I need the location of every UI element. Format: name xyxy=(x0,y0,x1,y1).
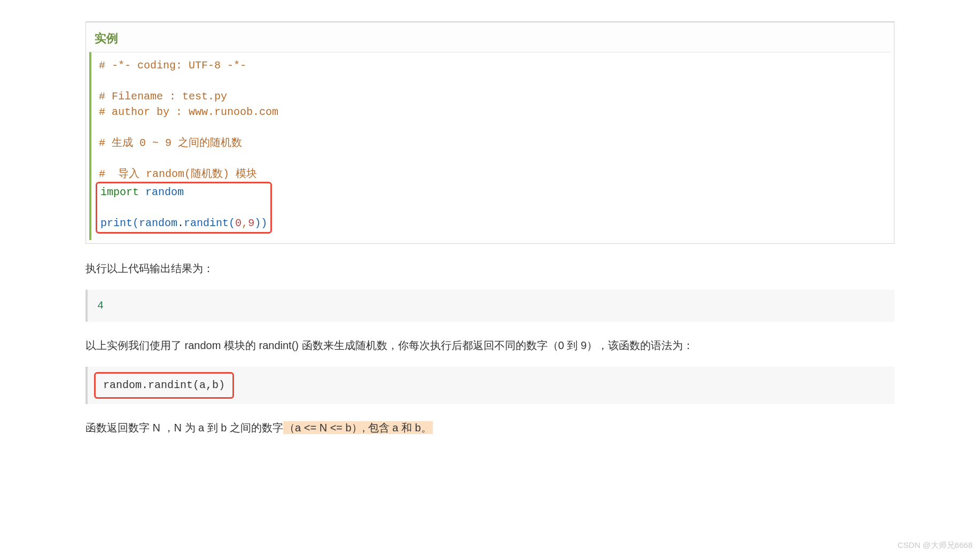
highlight-box-syntax: random.randint(a,b) xyxy=(94,372,234,399)
example-container: 实例 # -*- coding: UTF-8 -*- # Filename : … xyxy=(85,21,895,244)
code-comment: # 导入 random(随机数) 模块 xyxy=(99,168,257,180)
document-page: 实例 # -*- coding: UTF-8 -*- # Filename : … xyxy=(0,0,980,481)
output-block: 4 xyxy=(85,290,895,322)
example-title: 实例 xyxy=(86,22,894,52)
paren: ( xyxy=(133,217,139,229)
arg-nine: 9 xyxy=(248,217,254,229)
syntax-block: random.randint(a,b) xyxy=(85,367,895,404)
return-desc-text: 函数返回数字 N ，N 为 a 到 b 之间的数字（a <= N <= b）, … xyxy=(85,419,895,436)
result-intro-text: 执行以上代码输出结果为： xyxy=(85,260,895,277)
print-func: print xyxy=(100,217,133,229)
code-block: # -*- coding: UTF-8 -*- # Filename : tes… xyxy=(89,52,891,240)
rand-func: randint xyxy=(184,217,229,229)
import-keyword: import xyxy=(100,186,139,198)
paren: ( xyxy=(229,217,235,229)
code-comment: # Filename : test.py xyxy=(99,90,227,103)
arg-zero: 0 xyxy=(235,217,242,229)
explanation-text: 以上实例我们使用了 random 模块的 randint() 函数来生成随机数，… xyxy=(85,337,895,354)
code-comment: # author by : www.runoob.com xyxy=(99,106,278,118)
paren: ) xyxy=(261,217,267,229)
dot: . xyxy=(177,217,184,229)
output-value: 4 xyxy=(97,299,104,312)
return-desc-highlight: （a <= N <= b）, 包含 a 和 b。 xyxy=(283,421,433,434)
highlight-box-import: import random print(random.randint(0,9)) xyxy=(96,182,272,234)
import-module: random xyxy=(145,186,184,198)
code-comment: # -*- coding: UTF-8 -*- xyxy=(99,59,246,72)
code-comment: # 生成 0 ~ 9 之间的随机数 xyxy=(99,137,242,149)
paren: ) xyxy=(254,217,261,229)
return-desc-pre: 函数返回数字 N ，N 为 a 到 b 之间的数字 xyxy=(85,422,283,434)
comma: , xyxy=(242,217,248,229)
syntax-code: random.randint(a,b) xyxy=(103,379,225,391)
rand-module: random xyxy=(139,217,177,229)
